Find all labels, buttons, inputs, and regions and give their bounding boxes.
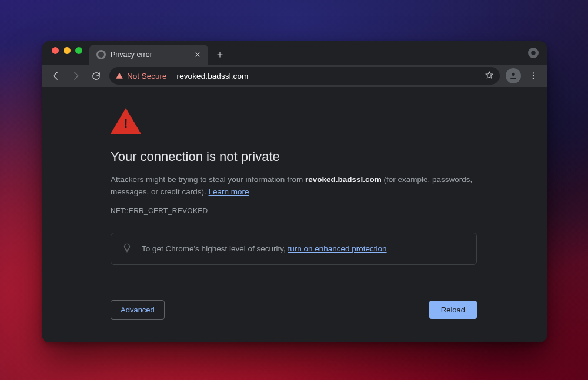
browser-tab[interactable]: Privacy error [89,45,208,65]
browser-window: Privacy error Not Secure [42,41,547,342]
svg-point-1 [531,51,536,55]
toolbar: Not Secure revoked.badssl.com [42,65,547,87]
svg-point-4 [533,75,534,76]
window-minimize-button[interactable] [64,47,71,54]
tip-text: To get Chrome's highest level of securit… [142,244,387,253]
window-zoom-button[interactable] [75,47,82,54]
error-body-prefix: Attackers might be trying to steal your … [111,175,305,184]
tip-prefix: To get Chrome's highest level of securit… [142,244,288,253]
extension-icon[interactable] [528,48,539,58]
forward-button[interactable] [67,67,85,85]
error-code: NET::ERR_CERT_REVOKED [111,207,477,215]
action-buttons: Advanced Reload [111,300,477,320]
lightbulb-icon [122,243,132,255]
new-tab-button[interactable] [212,46,228,63]
address-bar[interactable]: Not Secure revoked.badssl.com [109,67,500,85]
globe-icon [96,50,106,59]
omnibox-divider [172,71,172,80]
svg-point-5 [533,78,534,79]
advanced-button[interactable]: Advanced [111,300,165,320]
bookmark-star-icon[interactable] [485,70,494,82]
warning-triangle-icon [115,72,123,80]
svg-point-3 [533,72,534,73]
enhanced-protection-tip: To get Chrome's highest level of securit… [111,233,477,265]
error-headline: Your connection is not private [111,149,477,164]
enhanced-protection-link[interactable]: turn on enhanced protection [288,244,386,253]
error-host: revoked.badssl.com [305,175,382,184]
svg-point-2 [512,73,514,76]
reload-page-button[interactable]: Reload [429,301,477,319]
back-button[interactable] [47,67,65,85]
security-status-label: Not Secure [127,72,167,80]
profile-avatar-button[interactable] [506,68,521,83]
warning-triangle-icon [111,108,141,134]
menu-button[interactable] [524,67,542,85]
window-close-button[interactable] [52,47,59,54]
url-text: revoked.badssl.com [177,72,249,80]
reload-button[interactable] [87,67,105,85]
error-description: Attackers might be trying to steal your … [111,174,477,199]
close-tab-button[interactable] [193,50,202,59]
tab-strip: Privacy error [42,41,547,65]
page-content: Your connection is not private Attackers… [42,87,547,342]
tab-title: Privacy error [111,51,188,59]
learn-more-link[interactable]: Learn more [209,187,249,196]
window-controls [48,41,86,65]
